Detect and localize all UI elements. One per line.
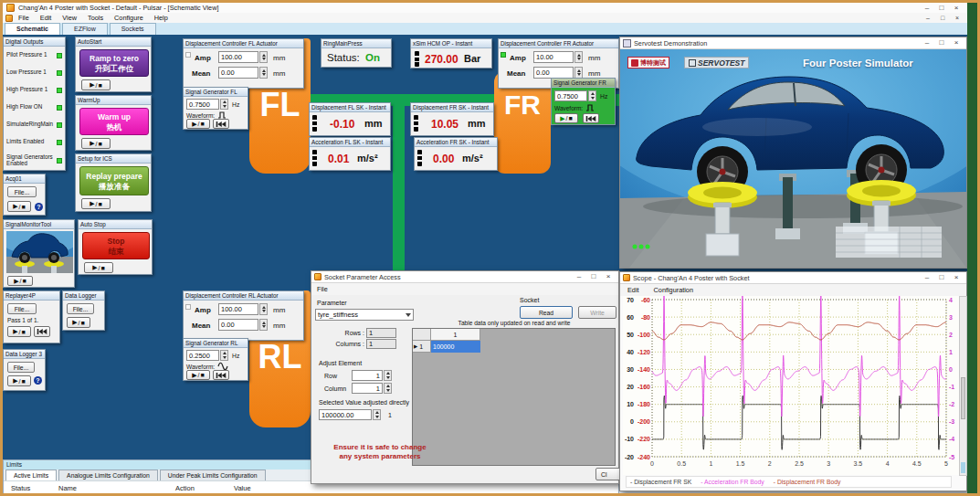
- close-icon[interactable]: ×: [601, 272, 616, 281]
- menu-file[interactable]: File: [311, 285, 333, 293]
- table-column-header[interactable]: 1: [431, 329, 480, 341]
- selected-value-field[interactable]: 100000.00: [319, 409, 372, 420]
- frequency-field[interactable]: 0.2500: [186, 350, 219, 361]
- close-icon[interactable]: ×: [949, 38, 964, 47]
- mean-spinner[interactable]: [259, 67, 268, 79]
- file-button[interactable]: File...: [7, 186, 37, 197]
- tab-under-peak-limits[interactable]: Under Peak Limits Configuration: [160, 470, 266, 480]
- play-stop-button[interactable]: ▶/■: [7, 326, 31, 337]
- mean-field[interactable]: 0.00: [218, 67, 258, 79]
- column-spinner[interactable]: [384, 383, 392, 394]
- menu-tools[interactable]: Tools: [82, 14, 109, 22]
- tick-label-red: -120: [638, 349, 650, 355]
- tab-sockets[interactable]: Sockets: [110, 23, 156, 35]
- window-title-bar[interactable]: Servotest Demonstration – □ ×: [620, 37, 966, 49]
- stop-button[interactable]: Stop 结束: [82, 232, 150, 259]
- amp-spinner[interactable]: [259, 51, 268, 63]
- tab-schematic[interactable]: Schematic: [5, 23, 60, 35]
- column-label: Column: [324, 385, 346, 392]
- column-field[interactable]: 1: [352, 383, 383, 394]
- column-action[interactable]: Action: [175, 484, 195, 492]
- parameter-dropdown[interactable]: tyre_stiffness: [315, 309, 414, 321]
- rewind-button[interactable]: [213, 119, 229, 129]
- play-stop-button[interactable]: ▶/■: [554, 113, 578, 123]
- help-icon[interactable]: ?: [35, 203, 43, 211]
- play-stop-button[interactable]: ▶/■: [81, 79, 111, 90]
- amp-spinner[interactable]: [259, 303, 268, 315]
- frequency-spinner[interactable]: [220, 99, 228, 110]
- row-spinner[interactable]: [384, 370, 392, 381]
- car-thumbnail[interactable]: [6, 231, 73, 273]
- dialog-title-bar[interactable]: Socket Parameter Access – □ ×: [311, 271, 618, 283]
- maximize-button[interactable]: □: [934, 4, 949, 13]
- amp-field[interactable]: 100.00: [218, 303, 258, 315]
- frequency-field[interactable]: 0.7500: [186, 99, 219, 110]
- frequency-spinner[interactable]: [588, 90, 596, 101]
- rewind-button[interactable]: [583, 113, 599, 123]
- menu-configuration[interactable]: Configuration: [647, 286, 701, 294]
- frequency-field[interactable]: 0.7500: [554, 90, 587, 101]
- warm-up-button[interactable]: Warm up 热机: [79, 108, 149, 135]
- child-close-button[interactable]: ×: [950, 14, 964, 23]
- replay-prepare-button[interactable]: Replay prepare 播放准备: [79, 166, 149, 195]
- tab-ezflow[interactable]: EZFlow: [62, 23, 108, 35]
- minimize-button[interactable]: –: [920, 4, 934, 13]
- menu-help[interactable]: Help: [149, 14, 174, 22]
- enable-checkbox[interactable]: [185, 52, 191, 58]
- play-stop-button[interactable]: ▶/■: [84, 262, 113, 273]
- help-icon[interactable]: ?: [34, 376, 42, 385]
- table-row-header[interactable]: ▶ 1: [413, 341, 431, 353]
- table-cell-selected[interactable]: 100000: [431, 341, 480, 353]
- amp-spinner[interactable]: [574, 51, 583, 63]
- column-value[interactable]: Value: [234, 484, 251, 492]
- rewind-button[interactable]: [213, 370, 229, 380]
- file-button[interactable]: File...: [7, 303, 37, 314]
- amp-field[interactable]: 100.00: [218, 51, 258, 63]
- menu-edit[interactable]: Edit: [35, 14, 58, 22]
- play-stop-button[interactable]: ▶/■: [81, 138, 111, 149]
- tab-active-limits[interactable]: Active Limits: [5, 470, 57, 480]
- read-button[interactable]: Read: [520, 306, 573, 319]
- scope-scrollbar[interactable]: [959, 296, 967, 476]
- file-button[interactable]: File...: [67, 303, 94, 314]
- amp-field[interactable]: 10.00: [533, 51, 574, 63]
- play-stop-button[interactable]: ▶/■: [7, 375, 31, 386]
- file-button[interactable]: File...: [7, 362, 35, 373]
- child-minimize-button[interactable]: –: [921, 14, 935, 23]
- menu-file[interactable]: File: [13, 14, 35, 22]
- minimize-button[interactable]: –: [572, 272, 586, 281]
- stop-icon: ■: [23, 278, 26, 284]
- menu-view[interactable]: View: [57, 14, 82, 22]
- window-title-bar[interactable]: Scope - Chang'An 4 Poster with Socket – …: [620, 272, 966, 284]
- play-stop-button[interactable]: ▶/■: [186, 370, 210, 380]
- maximize-button[interactable]: □: [586, 272, 601, 281]
- maximize-button[interactable]: □: [934, 273, 949, 282]
- ramp-to-zero-button[interactable]: Ramp to zero 升到工作位: [79, 49, 149, 77]
- minimize-button[interactable]: –: [920, 38, 934, 47]
- play-stop-button[interactable]: ▶/■: [81, 198, 111, 209]
- selected-value-spinner[interactable]: [373, 409, 381, 420]
- column-name[interactable]: Name: [58, 484, 77, 492]
- scrollbar-thumb[interactable]: [961, 377, 965, 419]
- play-stop-button[interactable]: ▶/■: [67, 317, 90, 328]
- simulator-3d-scene[interactable]: [620, 49, 966, 268]
- mean-spinner[interactable]: [259, 319, 268, 331]
- row-field[interactable]: 1: [352, 370, 383, 381]
- child-restore-button[interactable]: □: [935, 14, 950, 23]
- play-stop-button[interactable]: ▶/■: [186, 119, 210, 129]
- write-button[interactable]: Write: [578, 306, 616, 319]
- close-icon[interactable]: ×: [949, 273, 964, 282]
- mean-field[interactable]: 0.00: [218, 319, 258, 331]
- close-button[interactable]: ×: [949, 4, 964, 13]
- maximize-button[interactable]: □: [934, 38, 949, 47]
- rewind-button[interactable]: [34, 326, 50, 337]
- play-stop-button[interactable]: ▶/■: [7, 201, 31, 212]
- play-stop-button[interactable]: ▶/■: [7, 276, 33, 286]
- frequency-spinner[interactable]: [220, 350, 228, 361]
- minimize-button[interactable]: –: [920, 273, 934, 282]
- tab-analogue-limits[interactable]: Analogue Limits Configuration: [58, 470, 158, 480]
- column-status[interactable]: Status: [11, 484, 30, 492]
- enable-checkbox[interactable]: [185, 304, 191, 310]
- menu-edit[interactable]: Edit: [620, 286, 647, 294]
- menu-configure[interactable]: Configure: [109, 14, 149, 22]
